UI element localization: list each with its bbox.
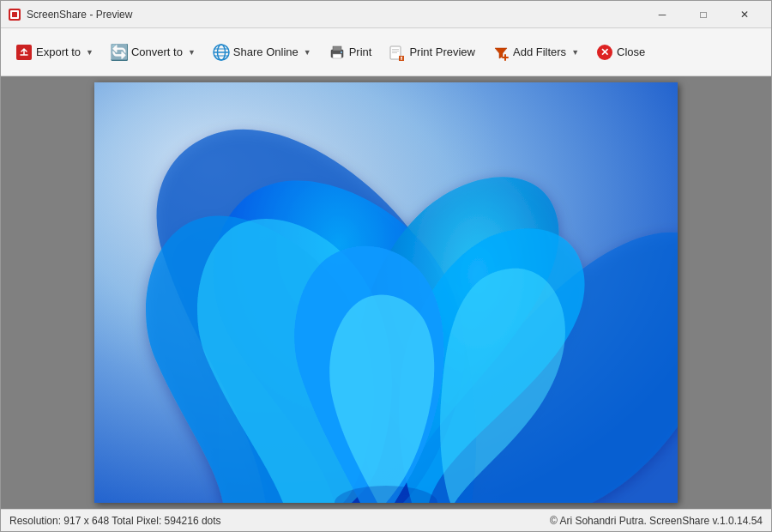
convert-icon: 🔄 [111,44,128,61]
status-copyright: © Ari Sohandri Putra. ScreenShare v.1.0.… [550,515,763,527]
add-filters-label: Add Filters [513,45,566,58]
minimize-button[interactable]: ─ [642,3,682,27]
close-tool-icon: ✕ [596,44,613,61]
window-close-button[interactable]: ✕ [725,3,764,27]
close-tool-button[interactable]: ✕ Close [588,35,653,70]
share-label: Share Online [233,45,299,58]
main-window: ScreenShare - Preview ─ □ ✕ Export to ▼ … [0,0,772,532]
content-area [1,76,771,509]
print-preview-label: Print Preview [409,45,475,58]
export-icon [15,44,33,61]
print-button[interactable]: Print [321,35,380,70]
maximize-button[interactable]: □ [684,3,723,27]
print-label: Print [349,45,372,58]
add-filters-button[interactable]: Add Filters ▼ [485,35,587,70]
title-bar: ScreenShare - Preview ─ □ ✕ [1,1,771,28]
export-chevron: ▼ [86,48,93,57]
print-preview-button[interactable]: Print Preview [381,35,483,70]
svg-rect-14 [392,51,399,51]
export-label: Export to [36,45,81,58]
window-controls: ─ □ ✕ [642,3,764,27]
svg-rect-10 [333,54,341,58]
svg-rect-9 [333,46,341,51]
svg-rect-15 [392,52,397,53]
convert-label: Convert to [131,45,183,58]
close-tool-label: Close [617,45,645,58]
app-icon [8,8,21,21]
share-chevron: ▼ [304,48,311,57]
image-preview [94,82,678,503]
export-button[interactable]: Export to ▼ [8,35,101,70]
convert-chevron: ▼ [188,48,196,57]
toolbar: Export to ▼ 🔄 Convert to ▼ Share Online … [1,28,771,76]
window-title: ScreenShare - Preview [27,9,642,21]
print-preview-icon [389,44,406,61]
share-button[interactable]: Share Online ▼ [205,35,319,70]
share-icon [213,44,230,61]
filters-chevron: ▼ [571,48,579,57]
svg-rect-13 [392,49,399,50]
wallpaper-image [94,82,678,503]
svg-rect-2 [12,12,17,17]
status-resolution: Resolution: 917 x 648 Total Pixel: 59421… [9,515,221,527]
print-icon [329,44,346,61]
svg-point-11 [341,51,342,53]
convert-button[interactable]: 🔄 Convert to ▼ [103,35,203,70]
filters-icon [492,44,510,61]
status-bar: Resolution: 917 x 648 Total Pixel: 59421… [1,509,771,531]
